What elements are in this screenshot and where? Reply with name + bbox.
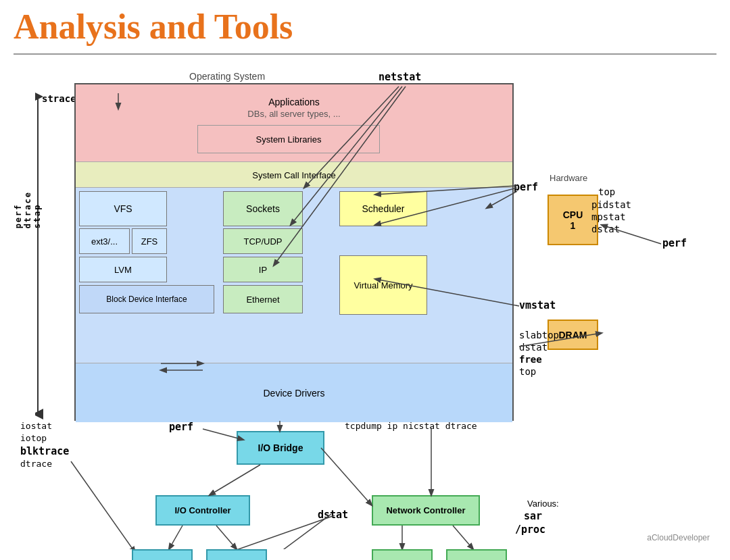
cpu-box: CPU 1 [548, 195, 598, 245]
sockets-box: Sockets [223, 191, 303, 226]
lvm-box: LVM [79, 257, 167, 282]
sar-label: sar [524, 510, 542, 522]
port1-box: Port [372, 549, 433, 560]
tcp-box: TCP/UDP [223, 228, 303, 254]
io-bridge-box: I/O Bridge [237, 431, 324, 465]
diagram-area: strace perf dtrace stap System Libraries… [14, 63, 723, 549]
watermark-area: aCloudDeveloper [647, 533, 710, 542]
perf-right-label: perf [662, 237, 687, 249]
svg-line-15 [216, 526, 237, 549]
page-container: Analysis and Tools strace perf dtrac [0, 0, 730, 560]
ethernet-box: Ethernet [223, 285, 303, 313]
tcpdump-label: tcpdump ip nicstat dtrace [345, 421, 477, 431]
dstat-mid-label: dstat [519, 342, 548, 353]
free-label: free [519, 354, 542, 365]
various-label: Various: [527, 499, 559, 509]
svg-line-17 [453, 526, 473, 549]
strace-label: strace [42, 93, 76, 104]
virtual-memory-box: Virtual Memory [339, 255, 427, 315]
dtrace-label: dtrace [20, 459, 52, 469]
zfs-box: ZFS [132, 228, 167, 254]
iotop-label: iotop [20, 433, 47, 443]
svg-line-13 [321, 448, 372, 505]
mpstat-label: mpstat [591, 211, 626, 222]
slabtop-label: slabtop [519, 330, 559, 340]
device-drivers-layer: Device Drivers [76, 363, 512, 422]
net-controller-box: Network Controller [372, 495, 480, 526]
divider [14, 53, 716, 55]
os-label: Operating System [189, 71, 265, 82]
netstat-label: netstat [379, 71, 421, 83]
perf-top-label: perf [514, 181, 538, 193]
pidstat-label: pidstat [591, 199, 631, 210]
perf-lower-label: perf [169, 421, 193, 433]
kernel-layer: VFS ext3/... ZFS LVM Block Device Interf… [76, 188, 512, 363]
os-box: System Libraries Applications DBs, all s… [74, 83, 514, 421]
syscall-layer: System Call Interface [76, 162, 512, 188]
syscall-label: System Call Interface [76, 170, 512, 180]
top2-label: top [519, 366, 536, 377]
perf-dtrace-stap-label: perf dtrace stap [14, 191, 42, 228]
disk1-box: Disk [132, 549, 193, 560]
hardware-label: Hardware [550, 173, 587, 183]
dstat-lower-label: dstat [318, 509, 348, 521]
scheduler-box: Scheduler [339, 191, 427, 226]
port2-box: Port [446, 549, 507, 560]
page-title: Analysis and Tools [14, 7, 716, 47]
app-line1: Applications [76, 97, 512, 107]
vmstat-label: vmstat [519, 299, 556, 311]
top-label: top [598, 186, 615, 197]
bdi-box: Block Device Interface [79, 285, 214, 313]
vfs-box: VFS [79, 191, 167, 226]
svg-line-19 [71, 461, 135, 549]
device-drivers-label: Device Drivers [76, 388, 512, 399]
ext3-box: ext3/... [79, 228, 130, 254]
layer-applications: System Libraries Applications DBs, all s… [76, 84, 512, 162]
io-controller-box: I/O Controller [155, 495, 250, 526]
ip-box: IP [223, 257, 303, 282]
svg-line-12 [210, 465, 260, 495]
dstat-top-label: dstat [591, 224, 620, 234]
app-line2: DBs, all server types, ... [76, 109, 512, 119]
iostat-label: iostat [20, 421, 52, 431]
watermark-text: aCloudDeveloper [647, 533, 710, 542]
system-libraries-box: System Libraries [197, 125, 380, 153]
disk2-box: Disk [206, 549, 267, 560]
svg-line-14 [169, 526, 182, 549]
proc-label: /proc [515, 524, 545, 536]
blktrace-label: blktrace [20, 445, 69, 457]
